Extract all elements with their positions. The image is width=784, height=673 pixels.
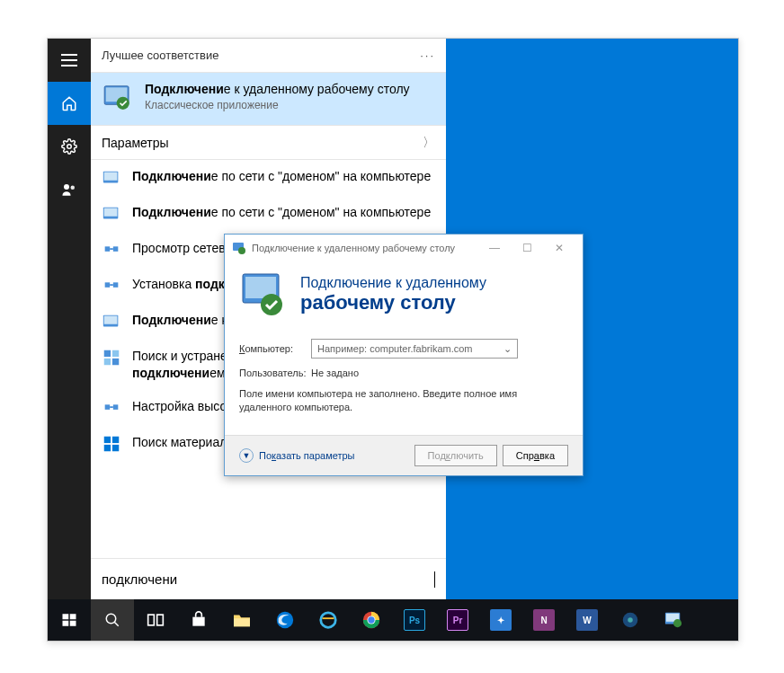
- settings-rail-button[interactable]: [48, 125, 91, 168]
- best-match-subtitle: Классическое приложение: [145, 99, 410, 111]
- svg-rect-17: [112, 359, 119, 365]
- task-view-icon: [147, 613, 165, 627]
- home-icon: [61, 95, 77, 111]
- chrome-icon: [361, 610, 381, 630]
- app2-taskbar-button[interactable]: [609, 599, 652, 641]
- titlebar-text: Подключение к удаленному рабочему столу: [252, 243, 478, 253]
- pr-taskbar-button[interactable]: Pr: [436, 599, 479, 641]
- svg-rect-10: [105, 246, 111, 252]
- people-rail-button[interactable]: [48, 168, 91, 211]
- network-icon: [102, 398, 121, 418]
- search-button[interactable]: [91, 599, 134, 641]
- svg-point-2: [71, 186, 76, 190]
- svg-point-0: [67, 145, 72, 149]
- list-item[interactable]: Подключение по сети с "доменом" на компь…: [91, 196, 446, 232]
- home-button[interactable]: [48, 82, 91, 125]
- word-taskbar-button[interactable]: W: [566, 599, 609, 641]
- rdp-taskbar-button[interactable]: [652, 599, 695, 641]
- show-options-toggle[interactable]: ▼ Показать параметры: [239, 448, 355, 463]
- more-icon[interactable]: ···: [420, 49, 435, 62]
- settings-header-label: Параметры: [102, 136, 169, 150]
- titlebar[interactable]: Подключение к удаленному рабочему столу …: [225, 235, 583, 261]
- svg-rect-12: [105, 282, 111, 288]
- svg-point-1: [64, 184, 69, 190]
- svg-rect-19: [104, 359, 111, 365]
- svg-rect-23: [112, 437, 119, 443]
- rdp-dialog: Подключение к удаленному рабочему столу …: [224, 234, 584, 476]
- windows-icon: [61, 612, 77, 628]
- svg-rect-25: [112, 445, 119, 451]
- ie-taskbar-button[interactable]: [307, 599, 350, 641]
- settings-item-icon: [102, 168, 121, 188]
- computer-combobox[interactable]: Например: computer.fabrikam.com ⌄: [311, 339, 518, 359]
- best-match-label: Лучшее соответствие: [102, 49, 218, 62]
- svg-point-40: [321, 613, 336, 628]
- gear-icon: [61, 138, 77, 155]
- close-button[interactable]: ✕: [543, 236, 575, 260]
- settings-item-icon: [102, 204, 121, 224]
- ps-taskbar-button[interactable]: Ps: [393, 599, 436, 641]
- search-box[interactable]: подключени: [91, 558, 446, 599]
- edge-taskbar-button[interactable]: [263, 599, 307, 641]
- connect-button[interactable]: Подключить: [414, 445, 497, 466]
- chevron-down-icon: ▼: [239, 448, 254, 463]
- hamburger-button[interactable]: [48, 39, 91, 82]
- svg-rect-37: [157, 615, 164, 625]
- svg-rect-38: [234, 618, 250, 626]
- computer-placeholder: Например: computer.fabrikam.com: [317, 343, 473, 354]
- task-view-button[interactable]: [134, 599, 177, 641]
- search-icon: [104, 612, 120, 628]
- svg-point-27: [238, 247, 245, 254]
- svg-point-35: [106, 614, 116, 624]
- taskbar: Ps Pr ✦ N W: [48, 599, 738, 641]
- rdp-title-icon: [232, 241, 246, 255]
- best-match-result[interactable]: Подключение к удаленному рабочему столу …: [91, 73, 446, 126]
- search-input[interactable]: подключени: [102, 571, 433, 587]
- svg-rect-31: [63, 614, 69, 619]
- text-caret: [434, 571, 435, 588]
- start-rail: [48, 39, 91, 599]
- minimize-button[interactable]: —: [478, 236, 511, 260]
- app1-taskbar-button[interactable]: ✦: [479, 599, 522, 641]
- svg-rect-24: [104, 445, 111, 451]
- troubleshoot-icon: [102, 348, 121, 367]
- list-item[interactable]: Подключение по сети с "доменом" на компь…: [91, 160, 446, 196]
- explorer-taskbar-button[interactable]: [220, 599, 263, 641]
- svg-rect-9: [104, 208, 118, 217]
- rdp-header: Подключение к удаленному рабочему столу: [225, 261, 583, 333]
- settings-item-icon: [102, 312, 121, 332]
- onenote-taskbar-button[interactable]: N: [522, 599, 566, 641]
- start-button[interactable]: [48, 599, 91, 641]
- svg-rect-15: [104, 316, 118, 324]
- svg-rect-16: [104, 350, 111, 357]
- svg-rect-18: [112, 350, 119, 357]
- svg-rect-20: [105, 404, 111, 410]
- chrome-taskbar-button[interactable]: [350, 599, 393, 641]
- settings-section-header[interactable]: Параметры 〉: [91, 126, 446, 160]
- info-message: Поле имени компьютера не заполнено. Введ…: [239, 387, 568, 415]
- rdp-app-icon: [102, 82, 136, 116]
- ie-icon: [318, 610, 338, 630]
- rdp-logo-icon: [239, 270, 288, 319]
- svg-point-50: [673, 619, 682, 627]
- maximize-button[interactable]: ☐: [511, 236, 543, 260]
- rdp-header-line1: Подключение к удаленному: [300, 275, 486, 291]
- best-match-title: Подключение к удаленному рабочему столу: [145, 82, 410, 96]
- network-icon: [102, 240, 121, 260]
- svg-rect-36: [148, 615, 155, 625]
- svg-point-45: [368, 616, 374, 623]
- rdp-header-line2: рабочему столу: [300, 291, 486, 314]
- store-taskbar-button[interactable]: [177, 599, 220, 641]
- people-icon: [61, 182, 77, 198]
- folder-icon: [232, 612, 252, 628]
- store-icon: [190, 611, 208, 629]
- user-value: Не задано: [311, 367, 359, 378]
- rdp-taskbar-icon: [664, 611, 683, 629]
- gear-colored-icon: [620, 610, 640, 630]
- chevron-right-icon: 〉: [423, 135, 435, 151]
- svg-rect-11: [113, 246, 118, 252]
- svg-rect-22: [104, 437, 111, 443]
- best-match-header: Лучшее соответствие ···: [91, 39, 446, 73]
- help-button[interactable]: Справка: [503, 445, 568, 466]
- chevron-down-icon: ⌄: [503, 343, 512, 355]
